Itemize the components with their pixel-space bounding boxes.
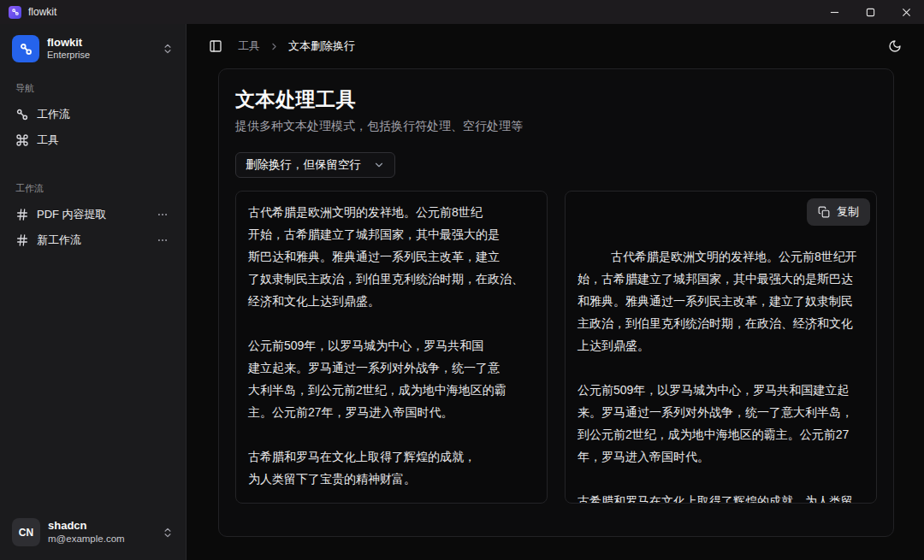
ellipsis-icon[interactable] [155, 234, 170, 246]
copy-button[interactable]: 复制 [807, 198, 870, 226]
team-logo-icon [12, 35, 39, 62]
sidebar-toggle-button[interactable] [205, 36, 226, 56]
chevrons-up-down-icon [162, 527, 174, 539]
mode-select-value: 删除换行，但保留空行 [246, 157, 361, 173]
app-logo-icon [9, 6, 21, 19]
output-text-panel: 复制 古代希腊是欧洲文明的发祥地。公元前8世纪开始，古希腊建立了城邦国家，其中最… [565, 191, 877, 504]
minimize-button[interactable] [816, 0, 852, 24]
mode-select-dropdown[interactable]: 删除换行，但保留空行 [235, 152, 395, 178]
main-content: 工具 文本删除换行 文本处理工具 提供多种文本处理模式，包括换行符处理、空行处理… [187, 24, 924, 560]
sidebar-item-workflows[interactable]: 工作流 [9, 102, 177, 127]
team-switcher[interactable]: flowkit Enterprise [9, 32, 177, 65]
user-email: m@example.com [48, 533, 154, 545]
sidebar: flowkit Enterprise 导航 工作流 [0, 24, 187, 560]
chevron-right-icon [269, 41, 280, 52]
titlebar-app-name: flowkit [28, 6, 56, 18]
team-meta: flowkit Enterprise [47, 36, 154, 62]
page-title: 文本处理工具 [235, 86, 877, 113]
text-panels: 古代希腊是欧洲文明的发祥地。公元前8世纪 开始，古希腊建立了城邦国家，其中最强大… [235, 191, 877, 504]
user-menu[interactable]: CN shadcn m@example.com [9, 515, 177, 550]
sidebar-item-label: 新工作流 [37, 233, 147, 248]
sidebar-item-label: 工作流 [37, 107, 170, 122]
user-meta: shadcn m@example.com [48, 519, 154, 546]
sidebar-item-label: PDF 内容提取 [37, 207, 147, 222]
page-subtitle: 提供多种文本处理模式，包括换行符处理、空行处理等 [235, 119, 877, 134]
avatar: CN [12, 518, 40, 546]
chevrons-up-down-icon [162, 43, 174, 55]
output-text: 古代希腊是欧洲文明的发祥地。公元前8世纪开始，古希腊建立了城邦国家，其中最强大的… [578, 250, 857, 504]
team-plan: Enterprise [47, 50, 154, 62]
user-name: shadcn [48, 519, 154, 533]
copy-button-label: 复制 [837, 204, 859, 220]
nav-group-navigation: 导航 工作流 工具 [9, 79, 177, 153]
titlebar: flowkit [0, 0, 924, 24]
workflow-icon [15, 108, 29, 121]
breadcrumb-parent[interactable]: 工具 [238, 38, 260, 54]
command-icon [15, 133, 29, 147]
team-name: flowkit [47, 36, 154, 50]
input-text-area[interactable]: 古代希腊是欧洲文明的发祥地。公元前8世纪 开始，古希腊建立了城邦国家，其中最强大… [235, 191, 548, 504]
tool-card: 文本处理工具 提供多种文本处理模式，包括换行符处理、空行处理等 删除换行，但保留… [218, 68, 894, 537]
hash-icon [15, 233, 29, 247]
sidebar-item-pdf-extract[interactable]: PDF 内容提取 [9, 202, 177, 227]
breadcrumb: 工具 文本删除换行 [238, 38, 355, 54]
chevron-down-icon [373, 159, 385, 171]
sidebar-item-label: 工具 [37, 133, 170, 148]
maximize-button[interactable] [852, 0, 888, 24]
sidebar-item-tools[interactable]: 工具 [9, 127, 177, 153]
sidebar-item-new-workflow[interactable]: 新工作流 [9, 227, 177, 253]
breadcrumb-current: 文本删除换行 [288, 38, 355, 54]
close-button[interactable] [888, 0, 924, 24]
hash-icon [15, 208, 29, 221]
theme-toggle-button[interactable] [885, 36, 905, 56]
nav-group-label: 导航 [9, 79, 177, 102]
titlebar-app: flowkit [0, 6, 56, 19]
main-header: 工具 文本删除换行 [187, 24, 924, 68]
nav-group-label: 工作流 [9, 179, 177, 202]
window-controls [816, 0, 924, 24]
ellipsis-icon[interactable] [155, 209, 170, 221]
nav-group-workflows: 工作流 PDF 内容提取 新工作流 [9, 179, 177, 253]
